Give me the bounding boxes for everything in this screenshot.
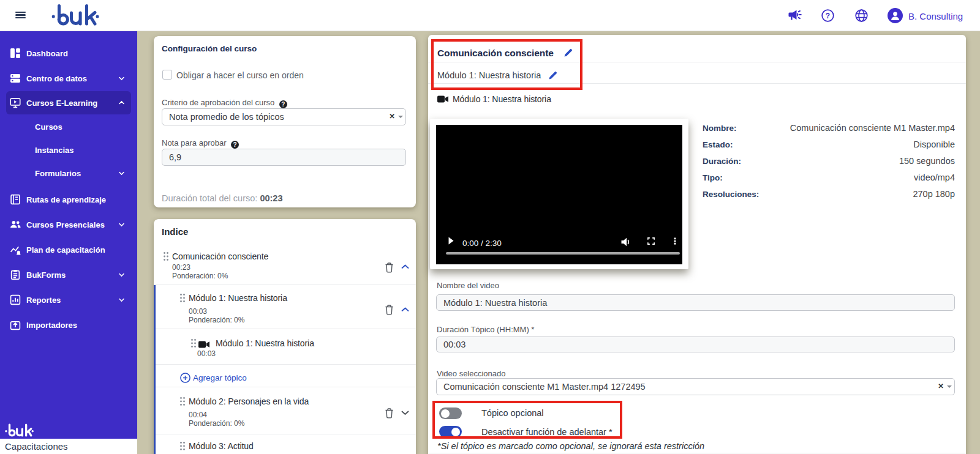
svg-text:?: ?	[826, 12, 830, 20]
